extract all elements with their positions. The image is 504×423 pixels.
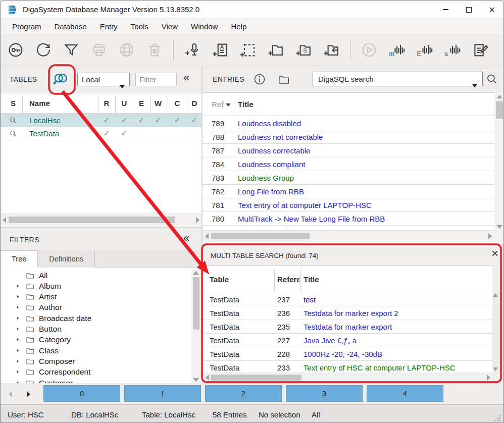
entries-vscrollbar[interactable]	[494, 92, 504, 242]
chevron-right-icon[interactable]	[16, 316, 21, 321]
minimize-button[interactable]	[434, 1, 457, 19]
chevron-right-icon[interactable]	[16, 348, 21, 353]
entry-row[interactable]: 784Loudness compliant	[203, 157, 494, 171]
scroll-up-icon[interactable]	[496, 95, 502, 98]
tree-item-class[interactable]: Class	[1, 345, 187, 356]
multi-search-row[interactable]: TestData235Testdata for marker export	[204, 320, 492, 334]
tables-column-c[interactable]: C	[171, 99, 183, 108]
entry-title[interactable]: Loudness not correctable	[238, 133, 323, 141]
pager-prev-icon[interactable]	[9, 391, 12, 397]
entry-row[interactable]: 781Text entry of at computer LAPTOP-HSC	[203, 198, 494, 212]
chevron-right-icon[interactable]	[16, 359, 21, 364]
multi-row-title[interactable]: Java Jive €,ƒ„ a	[304, 336, 357, 345]
tree-item-album[interactable]: Album	[1, 281, 187, 291]
multi-vscrollbar[interactable]	[492, 292, 499, 373]
menu-item-entry[interactable]: Entry	[93, 22, 124, 31]
table-scope-select[interactable]: Local	[77, 73, 130, 86]
scroll-right-icon[interactable]	[487, 375, 490, 381]
key-icon[interactable]	[7, 41, 25, 59]
wave-m-icon[interactable]: m	[388, 41, 406, 59]
scroll-left-icon[interactable]	[3, 217, 6, 223]
menu-item-help[interactable]: Help	[224, 22, 253, 31]
tree-item-composer[interactable]: Composer	[1, 356, 187, 366]
tree-item-button[interactable]: Button	[1, 324, 187, 335]
ref-sort-icon[interactable]	[226, 103, 231, 107]
tables-column-s[interactable]: S	[11, 99, 16, 108]
pager-next-icon[interactable]	[27, 391, 30, 397]
tables-column-name[interactable]: Name	[29, 99, 50, 108]
chevron-right-icon[interactable]	[16, 294, 21, 299]
table-row[interactable]: LocalHsc✓✓✓✓✓✓	[1, 114, 201, 127]
tree-item-category[interactable]: Category	[1, 335, 187, 345]
entries-search-icon[interactable]	[485, 73, 498, 86]
menu-item-tools[interactable]: Tools	[124, 22, 155, 31]
refresh-icon[interactable]	[34, 41, 53, 59]
close-multi-search-icon[interactable]: ×	[491, 247, 498, 259]
entry-title[interactable]: Long File from RBB	[238, 187, 304, 196]
new-folder-icon[interactable]	[267, 41, 285, 59]
tree-item-artist[interactable]: Artist	[1, 292, 187, 302]
multi-row-title[interactable]: Text entry of HSC at computer LAPTOP-HSC	[304, 363, 456, 372]
new-audio-icon[interactable]	[183, 41, 201, 59]
entry-row[interactable]: 783Loudness Group	[203, 171, 494, 185]
new-text-icon[interactable]: A	[211, 41, 229, 59]
info-icon[interactable]	[253, 73, 266, 86]
menu-item-program[interactable]: Program	[6, 22, 48, 31]
resize-grip[interactable]	[494, 414, 501, 421]
multi-ref-column-header[interactable]: Refere	[277, 275, 299, 284]
tree-item-broadcast-date[interactable]: Broadcast date	[1, 313, 187, 324]
menu-item-view[interactable]: View	[155, 22, 184, 31]
tree-item-all[interactable]: All	[1, 270, 187, 281]
chevron-right-icon[interactable]	[16, 284, 21, 289]
new-folder-s-icon[interactable]: S	[294, 41, 313, 59]
tables-column-d[interactable]: D	[188, 99, 200, 108]
chevron-right-icon[interactable]	[16, 337, 21, 342]
tables-column-u[interactable]: U	[118, 99, 130, 108]
entry-row[interactable]: 780MultiTrack -> New Take Long File from…	[203, 212, 494, 226]
folder-icon[interactable]	[277, 73, 290, 86]
scroll-right-icon[interactable]	[196, 217, 199, 223]
multi-search-row[interactable]: TestData233Text entry of HSC at computer…	[204, 361, 492, 373]
new-folder-import-icon[interactable]	[322, 41, 340, 59]
pager-button-0[interactable]: 0	[43, 385, 120, 402]
pager-button-1[interactable]: 1	[124, 385, 201, 402]
collapse-tables-icon[interactable]: «	[183, 72, 189, 83]
wave-e-icon[interactable]: E	[416, 41, 434, 59]
multi-row-title[interactable]: test	[304, 295, 316, 304]
tables-column-e[interactable]: E	[135, 99, 147, 108]
tables-column-w[interactable]: W	[152, 99, 164, 108]
multi-search-row[interactable]: TestData236Testdata for marker export 2	[204, 306, 492, 320]
entries-hscrollbar[interactable]	[203, 230, 494, 242]
entry-row[interactable]: 789Loudness disabled	[203, 117, 494, 130]
tree-item-correspondent[interactable]: Correspondent	[1, 367, 187, 378]
filter-icon[interactable]	[62, 41, 80, 59]
entries-ref-column-header[interactable]: Ref	[212, 100, 224, 109]
close-button[interactable]: ×	[480, 1, 503, 19]
edit-entry-icon[interactable]	[471, 41, 489, 59]
tree-vscrollbar[interactable]	[191, 269, 201, 384]
scroll-left-icon[interactable]	[206, 375, 209, 381]
collapse-filters-icon[interactable]: «	[183, 233, 189, 244]
entry-title[interactable]: Text entry of at computer LAPTOP-HSC	[238, 201, 372, 209]
chevron-right-icon[interactable]	[16, 305, 21, 310]
entry-row[interactable]: 788Loudness not correctable	[203, 130, 494, 144]
chevron-right-icon[interactable]	[16, 327, 21, 332]
menu-item-database[interactable]: Database	[48, 22, 93, 31]
maximize-button[interactable]	[457, 1, 480, 19]
entry-row[interactable]: 782Long File from RBB	[203, 185, 494, 198]
new-selection-icon[interactable]	[239, 41, 257, 59]
entry-row[interactable]: 777Group entry of at computer LAPTOP-HSC	[203, 226, 494, 230]
multi-row-title[interactable]: Testdata for marker export 2	[304, 309, 398, 318]
entry-title[interactable]: Loudness disabled	[238, 119, 301, 128]
multi-hscrollbar[interactable]	[204, 373, 492, 382]
chevron-right-icon[interactable]	[16, 369, 21, 375]
tab-tree[interactable]: Tree	[1, 250, 38, 268]
wave-s-icon[interactable]: s	[443, 41, 462, 59]
tab-definitions[interactable]: Definitions	[38, 250, 95, 268]
scroll-up-icon[interactable]	[193, 271, 199, 275]
scroll-up-icon[interactable]	[493, 293, 498, 297]
tables-hscrollbar[interactable]	[1, 214, 201, 226]
pager-button-3[interactable]: 3	[286, 385, 363, 402]
entries-title-column-header[interactable]: Title	[238, 100, 254, 109]
multi-row-title[interactable]: Testdata for marker export	[304, 323, 392, 331]
